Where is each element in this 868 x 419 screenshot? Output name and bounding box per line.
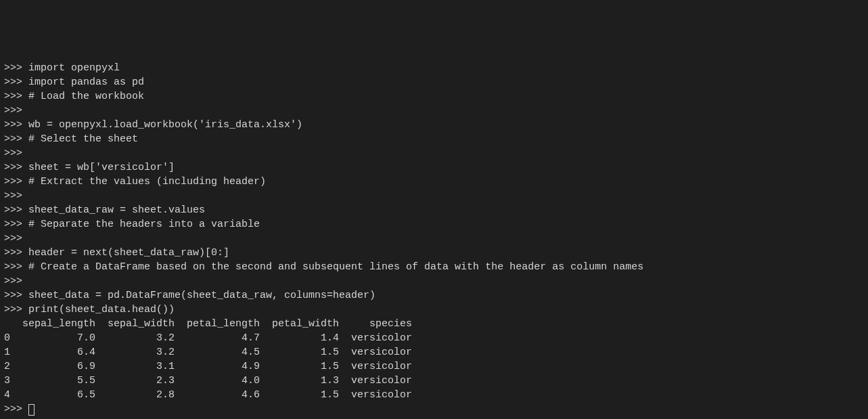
output-row: 0 7.0 3.2 4.7 1.4 versicolor bbox=[4, 331, 864, 345]
repl-prompt: >>> bbox=[4, 247, 28, 259]
output-header: sepal_length sepal_width petal_length pe… bbox=[4, 317, 864, 331]
repl-prompt: >>> bbox=[4, 176, 28, 188]
repl-code: sheet_data = pd.DataFrame(sheet_data_raw… bbox=[28, 290, 375, 301]
repl-line: >>> header = next(sheet_data_raw)[0:] bbox=[4, 246, 864, 260]
repl-code: # Separate the headers into a variable bbox=[28, 219, 260, 230]
cursor-icon bbox=[28, 404, 35, 416]
repl-code: # Create a DataFrame based on the second… bbox=[28, 261, 643, 273]
repl-active-line[interactable]: >>> bbox=[4, 402, 864, 416]
python-repl-terminal[interactable]: >>> import openpyxl>>> import pandas as … bbox=[4, 61, 864, 416]
repl-line: >>> bbox=[4, 231, 864, 246]
repl-line: >>> print(sheet_data.head()) bbox=[4, 303, 864, 317]
repl-code: wb = openpyxl.load_workbook('iris_data.x… bbox=[28, 119, 302, 131]
repl-prompt: >>> bbox=[4, 105, 28, 116]
repl-code: sheet_data_raw = sheet.values bbox=[28, 204, 205, 216]
repl-code: header = next(sheet_data_raw)[0:] bbox=[28, 247, 229, 259]
output-row: 1 6.4 3.2 4.5 1.5 versicolor bbox=[4, 345, 864, 359]
repl-code: print(sheet_data.head()) bbox=[28, 304, 175, 315]
repl-line: >>> wb = openpyxl.load_workbook('iris_da… bbox=[4, 118, 864, 132]
repl-prompt: >>> bbox=[4, 204, 28, 216]
repl-code: # Select the sheet bbox=[28, 133, 138, 145]
repl-line: >>> sheet_data_raw = sheet.values bbox=[4, 203, 864, 217]
repl-line: >>> sheet = wb['versicolor'] bbox=[4, 160, 864, 175]
repl-prompt: >>> bbox=[4, 162, 28, 173]
repl-line: >>> import openpyxl bbox=[4, 61, 864, 75]
output-row: 3 5.5 2.3 4.0 1.3 versicolor bbox=[4, 374, 864, 388]
repl-line: >>> # Select the sheet bbox=[4, 132, 864, 146]
repl-code: sheet = wb['versicolor'] bbox=[28, 162, 175, 173]
repl-prompt: >>> bbox=[4, 76, 28, 88]
repl-line: >>> bbox=[4, 104, 864, 118]
repl-line: >>> # Separate the headers into a variab… bbox=[4, 217, 864, 231]
repl-prompt: >>> bbox=[4, 261, 28, 273]
repl-code: import openpyxl bbox=[28, 62, 120, 74]
repl-line: >>> # Load the workbook bbox=[4, 89, 864, 104]
repl-line: >>> bbox=[4, 189, 864, 203]
repl-line: >>> bbox=[4, 274, 864, 288]
repl-prompt: >>> bbox=[4, 148, 28, 159]
repl-prompt: >>> bbox=[4, 233, 28, 244]
repl-prompt: >>> bbox=[4, 190, 28, 202]
repl-code: # Extract the values (including header) bbox=[28, 176, 266, 188]
repl-line: >>> import pandas as pd bbox=[4, 75, 864, 89]
repl-line: >>> # Extract the values (including head… bbox=[4, 175, 864, 189]
repl-prompt: >>> bbox=[4, 91, 28, 102]
repl-code: import pandas as pd bbox=[28, 76, 144, 88]
repl-line: >>> bbox=[4, 146, 864, 160]
repl-prompt: >>> bbox=[4, 119, 28, 131]
repl-code: # Load the workbook bbox=[28, 91, 144, 102]
repl-prompt: >>> bbox=[4, 304, 28, 315]
repl-prompt: >>> bbox=[4, 403, 28, 415]
repl-line: >>> # Create a DataFrame based on the se… bbox=[4, 260, 864, 274]
output-row: 4 6.5 2.8 4.6 1.5 versicolor bbox=[4, 388, 864, 402]
repl-prompt: >>> bbox=[4, 290, 28, 301]
repl-prompt: >>> bbox=[4, 275, 28, 287]
repl-prompt: >>> bbox=[4, 62, 28, 74]
repl-prompt: >>> bbox=[4, 133, 28, 145]
repl-prompt: >>> bbox=[4, 219, 28, 230]
output-row: 2 6.9 3.1 4.9 1.5 versicolor bbox=[4, 359, 864, 374]
repl-line: >>> sheet_data = pd.DataFrame(sheet_data… bbox=[4, 288, 864, 303]
